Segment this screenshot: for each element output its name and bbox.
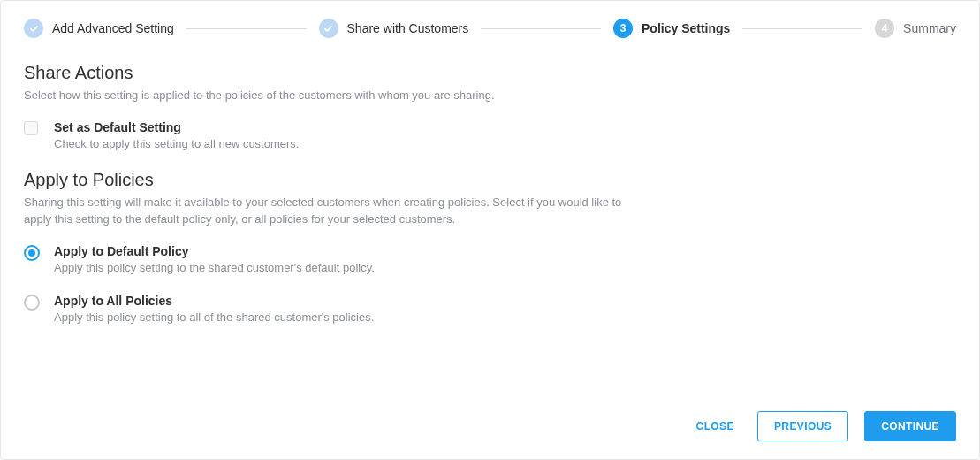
option-title: Apply to All Policies (54, 294, 374, 308)
set-default-setting-option[interactable]: Set as Default Setting Check to apply th… (24, 120, 956, 150)
apply-default-policy-radio[interactable] (24, 245, 40, 261)
apply-to-policies-desc: Sharing this setting will make it availa… (24, 194, 642, 228)
step-share-with-customers[interactable]: Share with Customers (319, 19, 469, 38)
option-sub: Apply this policy setting to all of the … (54, 310, 374, 324)
check-icon (24, 19, 43, 38)
option-sub: Apply this policy setting to the shared … (54, 261, 375, 274)
check-icon (319, 19, 338, 38)
step-number-badge: 4 (875, 19, 894, 38)
option-text: Apply to Default Policy Apply this polic… (54, 244, 375, 274)
apply-all-policies-radio[interactable] (24, 295, 40, 310)
previous-button[interactable]: PREVIOUS (757, 411, 848, 441)
step-label: Policy Settings (642, 21, 730, 35)
close-button[interactable]: CLOSE (689, 412, 741, 441)
step-policy-settings[interactable]: 3 Policy Settings (613, 19, 730, 38)
step-label: Share with Customers (347, 21, 469, 35)
stepper-connector (186, 28, 307, 29)
step-number-badge: 3 (613, 19, 633, 38)
apply-default-policy-option[interactable]: Apply to Default Policy Apply this polic… (24, 244, 956, 274)
option-text: Set as Default Setting Check to apply th… (54, 120, 299, 150)
set-default-checkbox[interactable] (24, 121, 40, 137)
option-title: Set as Default Setting (54, 120, 299, 134)
wizard-panel: Add Advanced Setting Share with Customer… (0, 0, 980, 460)
option-title: Apply to Default Policy (54, 244, 375, 258)
step-summary[interactable]: 4 Summary (875, 19, 956, 38)
share-actions-title: Share Actions (24, 63, 956, 83)
step-label: Summary (903, 21, 956, 35)
wizard-footer: CLOSE PREVIOUS CONTINUE (689, 411, 956, 441)
stepper-connector (742, 28, 862, 29)
step-label: Add Advanced Setting (52, 21, 174, 35)
stepper-connector (481, 28, 601, 29)
step-add-advanced-setting[interactable]: Add Advanced Setting (24, 19, 174, 38)
continue-button[interactable]: CONTINUE (864, 411, 956, 441)
share-actions-desc: Select how this setting is applied to th… (24, 87, 642, 104)
option-text: Apply to All Policies Apply this policy … (54, 294, 374, 324)
apply-to-policies-title: Apply to Policies (24, 170, 956, 190)
stepper: Add Advanced Setting Share with Customer… (24, 19, 956, 38)
apply-all-policies-option[interactable]: Apply to All Policies Apply this policy … (24, 294, 956, 324)
option-sub: Check to apply this setting to all new c… (54, 137, 299, 150)
